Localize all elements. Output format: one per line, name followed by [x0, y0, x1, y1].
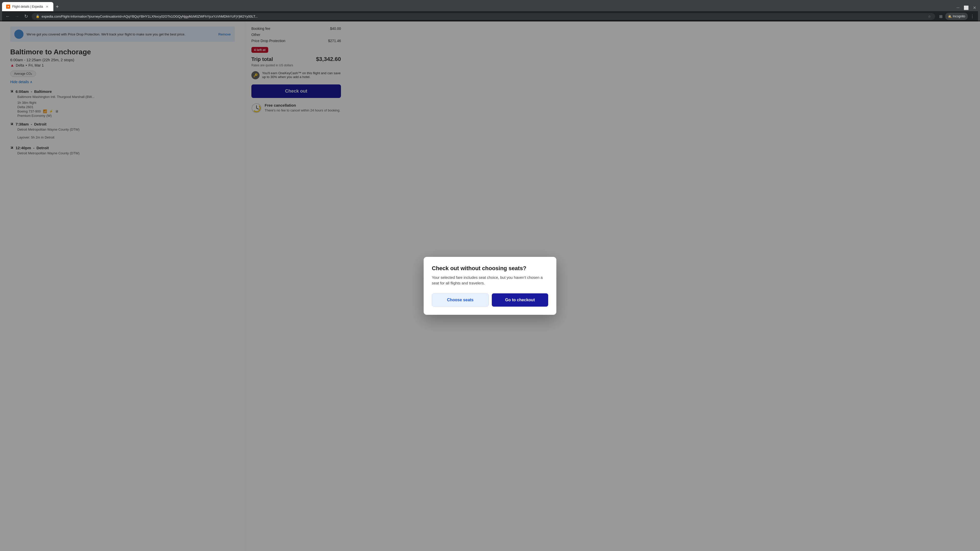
close-window-button[interactable]: ✕	[971, 4, 978, 11]
tab-close-button[interactable]: ✕	[45, 5, 49, 9]
menu-button[interactable]: ⋮	[969, 13, 976, 20]
minimize-button[interactable]: ─	[955, 4, 962, 11]
browser-chrome: ✈ Flight details | Expedia ✕ + ─ ⬜ ✕ ← →…	[0, 0, 980, 21]
address-bar[interactable]: 🔒 expedia.com/Flight-Information?journey…	[32, 13, 935, 20]
new-tab-button[interactable]: +	[54, 2, 61, 11]
forward-button[interactable]: →	[13, 13, 21, 20]
incognito-badge: 🕵 Incognito	[945, 13, 968, 20]
back-button[interactable]: ←	[4, 13, 11, 20]
modal-actions: Choose seats Go to checkout	[432, 293, 548, 306]
browser-toolbar: ← → ↻ 🔒 expedia.com/Flight-Information?j…	[2, 11, 978, 21]
restore-button[interactable]: ⬜	[963, 4, 970, 11]
seats-modal: Check out without choosing seats? Your s…	[424, 257, 556, 315]
window-controls: ─ ⬜ ✕	[955, 4, 978, 11]
bookmark-icon: ☆	[928, 14, 931, 18]
modal-title: Check out without choosing seats?	[432, 265, 548, 272]
modal-overlay: Check out without choosing seats? Your s…	[0, 21, 980, 551]
browser-tabs: ✈ Flight details | Expedia ✕ + ─ ⬜ ✕	[2, 2, 978, 11]
tab-favicon: ✈	[6, 5, 10, 9]
extensions-button[interactable]: ⊞	[937, 13, 944, 20]
refresh-button[interactable]: ↻	[22, 13, 30, 20]
choose-seats-button[interactable]: Choose seats	[432, 293, 489, 306]
go-to-checkout-button[interactable]: Go to checkout	[492, 293, 548, 306]
modal-description: Your selected fare includes seat choice,…	[432, 275, 548, 286]
tab-title: Flight details | Expedia	[12, 5, 43, 8]
toolbar-icons: ⊞ 🕵 Incognito ⋮	[937, 13, 976, 20]
lock-icon: 🔒	[36, 14, 40, 18]
incognito-icon: 🕵	[948, 14, 952, 18]
url-text: expedia.com/Flight-Information?journeyCo…	[41, 14, 926, 18]
browser-tab-active[interactable]: ✈ Flight details | Expedia ✕	[2, 2, 53, 11]
